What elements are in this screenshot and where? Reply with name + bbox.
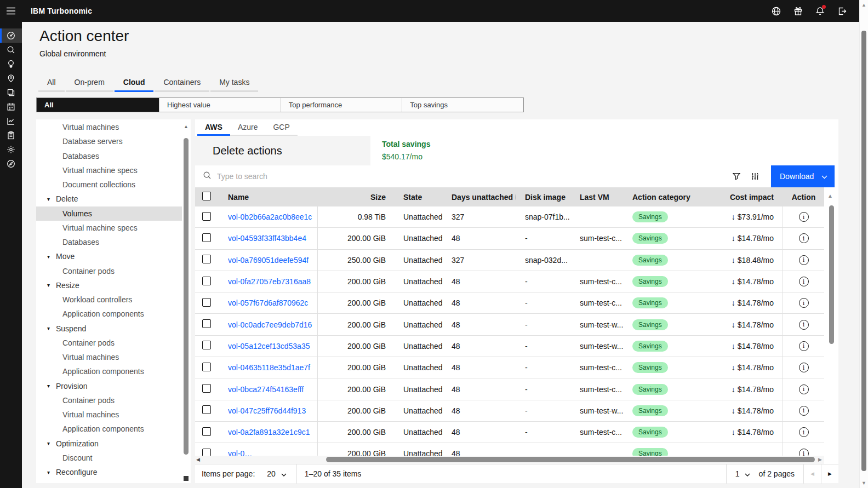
- tree-scrollbar-thumb[interactable]: [184, 138, 189, 455]
- row-checkbox[interactable]: [202, 341, 211, 349]
- nav-clipboard-icon[interactable]: [0, 128, 22, 142]
- row-checkbox[interactable]: [202, 212, 211, 221]
- nav-settings-gear-icon[interactable]: [0, 142, 22, 157]
- tree-item-move[interactable]: ▾Move: [36, 249, 182, 263]
- tree-item-application-components[interactable]: Application components: [36, 364, 182, 378]
- nav-chart-icon[interactable]: [0, 114, 22, 128]
- volume-name-link[interactable]: vol-0a2fa891a32e1c9c1: [228, 428, 310, 437]
- tree-item-databases[interactable]: Databases: [36, 149, 182, 163]
- filter-segment-top-savings[interactable]: Top savings: [402, 98, 523, 112]
- globe-icon[interactable]: [765, 0, 787, 22]
- row-checkbox[interactable]: [202, 363, 211, 371]
- hscroll-right-icon[interactable]: ▶: [818, 457, 822, 462]
- next-page-button[interactable]: ▶: [821, 464, 838, 484]
- column-header-last-vm[interactable]: Last VM: [571, 193, 624, 202]
- tree-item-resize[interactable]: ▾Resize: [36, 278, 182, 292]
- env-tab-containers[interactable]: Containers: [155, 73, 209, 92]
- tree-item-databases[interactable]: Databases: [36, 235, 182, 249]
- provider-tab-gcp[interactable]: GCP: [265, 119, 297, 136]
- action-info-button[interactable]: i: [799, 277, 809, 286]
- tree-scrollbar[interactable]: ▲: [183, 124, 189, 481]
- row-checkbox[interactable]: [202, 384, 211, 393]
- chevron-down-icon[interactable]: [821, 172, 827, 181]
- row-checkbox[interactable]: [202, 319, 211, 328]
- column-header-disk-image[interactable]: Disk image: [516, 193, 571, 202]
- row-checkbox[interactable]: [202, 233, 211, 242]
- volume-name-link[interactable]: vol-0fa27057eb7316aa8: [228, 277, 311, 286]
- action-info-button[interactable]: i: [799, 341, 809, 351]
- env-tab-my-tasks[interactable]: My tasks: [210, 73, 258, 92]
- column-header-cost-impact[interactable]: Cost impact: [706, 193, 783, 202]
- tree-item-delete[interactable]: ▾Delete: [36, 192, 182, 206]
- tree-item-virtual-machines[interactable]: Virtual machines: [36, 350, 182, 364]
- nav-dashboard-gauge-icon[interactable]: [0, 28, 22, 43]
- select-all-checkbox[interactable]: [202, 192, 211, 200]
- row-checkbox[interactable]: [202, 277, 211, 285]
- search-input[interactable]: [217, 172, 546, 181]
- action-info-button[interactable]: i: [799, 255, 809, 265]
- action-info-button[interactable]: i: [799, 449, 809, 456]
- table-horizontal-scrollbar[interactable]: ◀ ▶: [195, 456, 824, 464]
- tree-item-virtual-machines[interactable]: Virtual machines: [36, 407, 182, 422]
- provider-tab-aws[interactable]: AWS: [197, 119, 230, 136]
- action-info-button[interactable]: i: [799, 363, 809, 372]
- tree-item-volumes[interactable]: Volumes: [36, 206, 182, 221]
- tree-item-suspend[interactable]: ▾Suspend: [36, 321, 182, 336]
- column-header-days-unattached[interactable]: Days unattachedi: [443, 193, 516, 202]
- row-checkbox[interactable]: [202, 255, 211, 263]
- nav-pages-icon[interactable]: [0, 85, 22, 100]
- row-checkbox[interactable]: [202, 298, 211, 307]
- volume-name-link[interactable]: vol-05a12cef13cd53a35: [228, 342, 310, 351]
- action-info-button[interactable]: i: [799, 406, 809, 416]
- page-number-select[interactable]: 1: [726, 464, 759, 484]
- page-scrollbar[interactable]: ▲ ▼: [859, 0, 868, 488]
- tree-item-container-pods[interactable]: Container pods: [36, 393, 182, 407]
- tree-item-application-components[interactable]: Application components: [36, 307, 182, 321]
- nav-search-icon[interactable]: [0, 43, 22, 57]
- tree-item-provision[interactable]: ▾Provision: [36, 379, 182, 393]
- gift-icon[interactable]: [787, 0, 809, 22]
- nav-location-pin-icon[interactable]: [0, 71, 22, 85]
- page-scroll-down-icon[interactable]: ▼: [861, 480, 866, 486]
- action-info-button[interactable]: i: [799, 233, 809, 243]
- volume-name-link[interactable]: vol-0b2b66a2ac0b8ee1c: [228, 213, 312, 221]
- filter-segment-top-performance[interactable]: Top performance: [281, 98, 402, 112]
- tree-item-document-collections[interactable]: Document collections: [36, 177, 182, 192]
- tree-item-virtual-machine-specs[interactable]: Virtual machine specs: [36, 163, 182, 177]
- tree-item-optimization[interactable]: ▾Optimization: [36, 437, 182, 451]
- volume-name-link[interactable]: vol-0…: [228, 449, 252, 456]
- menu-hamburger-icon[interactable]: [0, 0, 22, 22]
- table-vertical-scrollbar[interactable]: ▲ ▼: [824, 187, 838, 464]
- caret-down-icon[interactable]: ▾: [47, 282, 55, 288]
- tree-item-container-pods[interactable]: Container pods: [36, 336, 182, 350]
- action-info-button[interactable]: i: [799, 320, 809, 330]
- env-tab-on-prem[interactable]: On-prem: [66, 73, 113, 92]
- hscroll-left-icon[interactable]: ◀: [196, 457, 200, 462]
- volume-name-link[interactable]: vol-0c0adc7ee9deb7d16: [228, 320, 312, 329]
- tree-item-application-components[interactable]: Application components: [36, 422, 182, 436]
- volume-name-link[interactable]: vol-04593f33ff43bb4e4: [228, 234, 306, 243]
- vscroll-up-icon[interactable]: ▲: [827, 193, 833, 199]
- tree-scroll-down-icon[interactable]: [184, 476, 189, 481]
- filter-funnel-icon[interactable]: [727, 167, 746, 186]
- caret-down-icon[interactable]: ▾: [47, 325, 55, 331]
- row-checkbox[interactable]: [202, 449, 211, 456]
- tree-item-virtual-machine-specs[interactable]: Virtual machine specs: [36, 221, 182, 235]
- filter-segment-all[interactable]: All: [37, 98, 159, 112]
- tree-item-database-servers[interactable]: Database servers: [36, 134, 182, 148]
- previous-page-button[interactable]: ◀: [803, 464, 821, 484]
- provider-tab-azure[interactable]: Azure: [230, 119, 266, 136]
- tree-item-services[interactable]: Services: [36, 479, 182, 483]
- tree-item-discount[interactable]: Discount: [36, 451, 182, 465]
- volume-name-link[interactable]: vol-04635118e35d1ae7f: [228, 363, 310, 372]
- column-header-state[interactable]: State: [395, 193, 443, 202]
- column-settings-icon[interactable]: [746, 167, 764, 186]
- row-checkbox[interactable]: [202, 405, 211, 414]
- tree-item-workload-controllers[interactable]: Workload controllers: [36, 292, 182, 307]
- nav-calendar-icon[interactable]: [0, 100, 22, 114]
- column-header-action-category[interactable]: Action category: [624, 193, 706, 202]
- caret-down-icon[interactable]: ▾: [47, 254, 55, 260]
- items-per-page-select[interactable]: 20: [267, 464, 287, 484]
- volume-name-link[interactable]: vol-0a769051deefe594f: [228, 256, 309, 265]
- volume-name-link[interactable]: vol-057f67d6af870962c: [228, 298, 308, 307]
